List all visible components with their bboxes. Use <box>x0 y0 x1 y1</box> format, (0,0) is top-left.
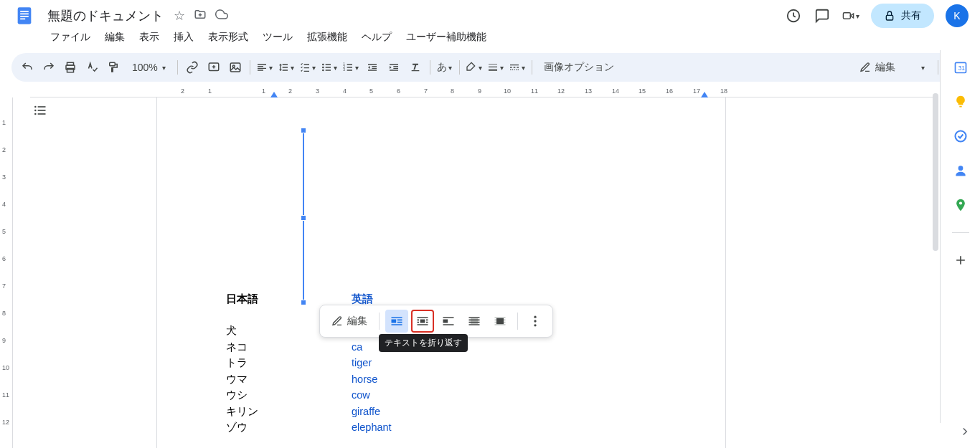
svg-point-16 <box>322 67 324 69</box>
float-edit-button[interactable]: 編集 <box>326 312 373 330</box>
svg-point-22 <box>34 110 37 112</box>
menu-insert[interactable]: 挿入 <box>168 28 199 47</box>
contacts-icon[interactable] <box>953 163 968 178</box>
svg-point-17 <box>322 70 324 72</box>
svg-point-21 <box>34 106 37 108</box>
share-label: 共有 <box>901 9 921 22</box>
history-icon[interactable] <box>785 7 802 24</box>
image-float-toolbar: 編集 <box>319 305 553 338</box>
scrollbar[interactable] <box>933 93 938 251</box>
svg-rect-6 <box>843 13 850 19</box>
border-dash-icon[interactable]: ▾ <box>507 57 527 77</box>
toolbar: 100%▾ ▾ ▾ ▾ ▾ 123▾ あ▾ ▾ ▾ ▾ 画像オプション 編集 ▾ <box>11 53 969 82</box>
menu-accessibility[interactable]: ユーザー補助機能 <box>400 28 492 47</box>
svg-rect-27 <box>471 318 478 324</box>
link-icon[interactable] <box>182 57 202 77</box>
resize-handle-top[interactable] <box>301 128 306 133</box>
indent-marker-left[interactable] <box>270 92 278 97</box>
svg-rect-4 <box>20 19 25 20</box>
meet-icon[interactable]: ▾ <box>842 7 859 24</box>
outline-toggle-icon[interactable] <box>30 100 50 120</box>
move-icon[interactable] <box>194 8 207 24</box>
more-options-icon[interactable] <box>524 310 547 333</box>
align-dropdown-icon[interactable]: ▾ <box>255 57 275 77</box>
resize-handle-mid[interactable] <box>301 215 306 221</box>
input-tools-icon[interactable]: あ▾ <box>435 57 455 77</box>
svg-rect-25 <box>420 320 425 323</box>
image-options-button[interactable]: 画像オプション <box>537 61 621 74</box>
share-button[interactable]: 共有 <box>871 4 934 28</box>
svg-point-29 <box>534 316 536 318</box>
svg-rect-28 <box>496 318 504 324</box>
maps-icon[interactable] <box>953 198 968 212</box>
insert-image-icon[interactable] <box>225 57 245 77</box>
svg-rect-7 <box>886 15 892 20</box>
calendar-icon[interactable]: 31 <box>953 60 968 75</box>
star-icon[interactable]: ☆ <box>174 8 185 24</box>
clear-format-icon[interactable] <box>405 57 425 77</box>
svg-point-30 <box>534 320 536 322</box>
document-page[interactable]: 日本語英語 犬 ネコca トラtiger ウマhorse ウシcow キリンgi… <box>156 97 726 448</box>
selected-image[interactable] <box>301 130 306 302</box>
svg-rect-2 <box>20 14 29 15</box>
numbered-list-icon[interactable]: 123▾ <box>341 57 361 77</box>
border-color-icon[interactable]: ▾ <box>464 57 484 77</box>
add-comment-icon[interactable] <box>204 57 224 77</box>
svg-text:3: 3 <box>344 68 346 72</box>
line-spacing-icon[interactable]: ▾ <box>276 57 296 77</box>
border-weight-icon[interactable]: ▾ <box>486 57 506 77</box>
bulleted-list-icon[interactable]: ▾ <box>319 57 339 77</box>
indent-increase-icon[interactable] <box>384 57 404 77</box>
svg-point-35 <box>958 166 963 171</box>
svg-rect-1 <box>20 11 29 12</box>
side-panel: 31 <box>940 50 980 423</box>
indent-decrease-icon[interactable] <box>362 57 382 77</box>
add-addon-icon[interactable] <box>953 253 968 267</box>
checklist-icon[interactable]: ▾ <box>298 57 318 77</box>
horizontal-ruler[interactable]: 2 1 1 2 3 4 5 6 7 8 9 10 11 12 13 14 15 … <box>30 86 937 97</box>
print-icon[interactable] <box>60 57 80 77</box>
zoom-dropdown[interactable]: 100%▾ <box>125 62 173 73</box>
account-avatar[interactable]: K <box>946 4 969 27</box>
menu-edit[interactable]: 編集 <box>99 28 131 47</box>
menu-tools[interactable]: ツール <box>257 28 298 47</box>
wrap-break-icon[interactable] <box>437 310 460 333</box>
menu-file[interactable]: ファイル <box>44 28 96 47</box>
menu-view[interactable]: 表示 <box>133 28 165 47</box>
indent-marker-right[interactable] <box>701 92 708 97</box>
edit-mode-dropdown[interactable]: 編集 ▾ <box>851 61 933 74</box>
menu-extensions[interactable]: 拡張機能 <box>301 28 353 47</box>
menu-format[interactable]: 表示形式 <box>202 28 254 47</box>
svg-point-31 <box>534 324 536 326</box>
tasks-icon[interactable] <box>953 129 968 143</box>
svg-point-15 <box>322 64 324 66</box>
svg-point-23 <box>34 113 37 115</box>
tooltip: テキストを折り返す <box>379 334 468 352</box>
spellcheck-icon[interactable] <box>82 57 102 77</box>
paint-format-icon[interactable] <box>103 57 123 77</box>
wrap-front-icon[interactable] <box>489 310 512 333</box>
svg-text:31: 31 <box>958 65 965 72</box>
svg-rect-11 <box>110 62 116 66</box>
menu-help[interactable]: ヘルプ <box>356 28 397 47</box>
svg-rect-13 <box>230 63 240 72</box>
docs-app-icon[interactable] <box>11 3 37 29</box>
redo-icon[interactable] <box>39 57 59 77</box>
keep-icon[interactable] <box>953 95 968 109</box>
wrap-behind-icon[interactable] <box>463 310 486 333</box>
wrap-inline-icon[interactable] <box>385 310 408 333</box>
hide-sidepanel-icon[interactable] <box>958 425 971 441</box>
vertical-ruler[interactable]: 1 2 3 4 5 6 7 8 9 10 11 12 <box>0 97 13 448</box>
svg-rect-26 <box>443 320 448 323</box>
svg-rect-24 <box>392 320 397 323</box>
svg-point-36 <box>958 201 961 204</box>
wrap-text-icon[interactable] <box>411 310 434 333</box>
undo-icon[interactable] <box>17 57 37 77</box>
menubar: ファイル 編集 表示 挿入 表示形式 ツール 拡張機能 ヘルプ ユーザー補助機能 <box>0 26 980 49</box>
cloud-status-icon[interactable] <box>215 8 228 24</box>
doc-title[interactable]: 無題のドキュメント <box>43 6 168 26</box>
svg-rect-3 <box>20 16 29 17</box>
comments-icon[interactable] <box>814 7 831 24</box>
